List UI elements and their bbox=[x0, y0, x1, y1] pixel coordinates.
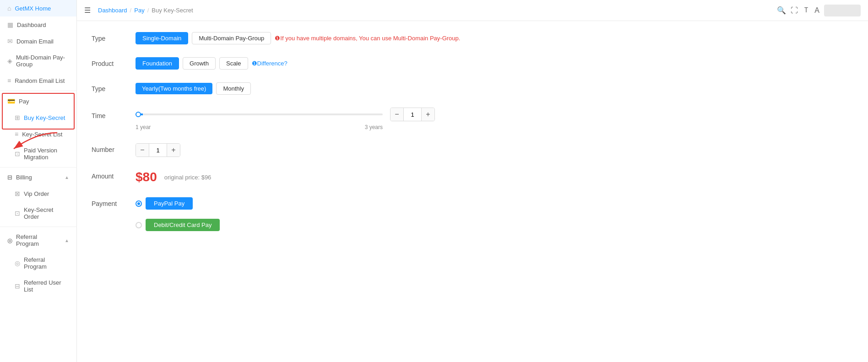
list-icon: ≡ bbox=[7, 77, 11, 84]
amount-controls: $80 original price: $96 bbox=[136, 170, 211, 184]
scale-button[interactable]: Scale bbox=[219, 57, 248, 70]
payment-row: Payment PayPal Pay Debit/Credit Card Pay bbox=[92, 197, 853, 236]
sidebar-item-random-email[interactable]: ≡ Random Email List bbox=[0, 72, 76, 89]
font-icon[interactable]: Ｔ bbox=[803, 5, 810, 15]
paypal-option[interactable]: PayPal Pay bbox=[136, 197, 220, 210]
topbar: ☰ Dashboard / Pay / Buy Key-Secret 🔍 ⛶ Ｔ… bbox=[77, 0, 868, 21]
key-order-icon: ⊡ bbox=[15, 210, 20, 217]
sidebar-item-vip-order[interactable]: ⊠ Vip Order bbox=[0, 185, 76, 202]
user-avatar[interactable] bbox=[824, 5, 861, 16]
card-option[interactable]: Debit/Credit Card Pay bbox=[136, 219, 220, 231]
sidebar-item-key-secret-order[interactable]: ⊡ Key-Secret Order bbox=[0, 202, 76, 225]
number-decrement-button[interactable]: − bbox=[136, 144, 149, 157]
product-controls: Foundation Growth Scale ❶Difference? bbox=[136, 57, 288, 70]
paypal-pay-button[interactable]: PayPal Pay bbox=[146, 197, 193, 210]
domain-icon: ◈ bbox=[7, 57, 12, 65]
slider-max-label: 3 years bbox=[365, 124, 383, 130]
sidebar-label-billing: Billing bbox=[16, 174, 32, 181]
time-decrement-button[interactable]: − bbox=[391, 108, 403, 121]
product-label: Product bbox=[92, 57, 128, 67]
type-info-text: ❶If you have multiple domains, You can u… bbox=[275, 35, 460, 42]
payment-options: PayPal Pay Debit/Credit Card Pay bbox=[136, 197, 220, 236]
single-domain-button[interactable]: Single-Domain bbox=[136, 32, 188, 44]
card-pay-button[interactable]: Debit/Credit Card Pay bbox=[146, 219, 220, 231]
sidebar-item-dashboard[interactable]: ▦ Dashboard bbox=[0, 16, 76, 33]
expand-icon[interactable]: ⛶ bbox=[791, 6, 798, 15]
referral-chevron: ▲ bbox=[65, 238, 69, 243]
time-input[interactable] bbox=[403, 108, 422, 121]
vip-icon: ⊠ bbox=[15, 190, 20, 197]
sidebar-label-referred-user-list: Referred User List bbox=[24, 279, 69, 293]
time-stepper: − + bbox=[390, 108, 435, 121]
number-label: Number bbox=[92, 143, 128, 153]
slider-thumb[interactable] bbox=[136, 112, 141, 117]
number-increment-button[interactable]: + bbox=[167, 144, 180, 157]
breadcrumb: Dashboard / Pay / Buy Key-Secret bbox=[98, 7, 193, 14]
sidebar-label-domain-email: Domain Email bbox=[16, 38, 54, 45]
type-label: Type bbox=[92, 32, 128, 42]
period-label: Type bbox=[92, 82, 128, 92]
multi-domain-pay-group-button[interactable]: Multi-Domain Pay-Group bbox=[192, 32, 271, 44]
search-icon[interactable]: 🔍 bbox=[777, 6, 786, 15]
number-stepper: − + bbox=[136, 143, 180, 157]
sidebar-divider-1 bbox=[0, 91, 76, 91]
sidebar-item-multi-domain[interactable]: ◈ Multi-Domain Pay-Group bbox=[0, 49, 76, 72]
page-content: Type Single-Domain Multi-Domain Pay-Grou… bbox=[77, 21, 868, 362]
billing-chevron: ▲ bbox=[65, 175, 69, 180]
sidebar-item-referral-program[interactable]: ◎ Referral Program ▲ bbox=[0, 229, 76, 252]
time-slider[interactable] bbox=[136, 113, 383, 115]
menu-icon[interactable]: ☰ bbox=[84, 6, 91, 15]
amount-value: $80 bbox=[136, 170, 157, 184]
sidebar-label-getmx-home: GetMX Home bbox=[15, 5, 51, 12]
amount-label: Amount bbox=[92, 170, 128, 180]
sidebar-item-paid-version-migration[interactable]: ⊡ Paid Version Migration bbox=[0, 142, 76, 165]
time-label: Time bbox=[92, 109, 128, 119]
amount-original: original price: $96 bbox=[164, 174, 212, 181]
time-row: Time − + 1 year 3 years bbox=[92, 108, 853, 130]
number-input[interactable] bbox=[149, 144, 167, 157]
migration-icon: ⊡ bbox=[15, 150, 20, 157]
amount-row: Amount $80 original price: $96 bbox=[92, 170, 853, 184]
buy-key-icon: ⊞ bbox=[15, 114, 20, 121]
sidebar-item-referral-program-sub[interactable]: ◎ Referral Program bbox=[0, 252, 76, 275]
breadcrumb-sep-1: / bbox=[130, 7, 132, 14]
time-increment-button[interactable]: + bbox=[422, 108, 434, 121]
sidebar-item-billing[interactable]: ⊟ Billing ▲ bbox=[0, 169, 76, 185]
main-content: ☰ Dashboard / Pay / Buy Key-Secret 🔍 ⛶ Ｔ… bbox=[77, 0, 868, 362]
breadcrumb-dashboard[interactable]: Dashboard bbox=[98, 7, 127, 14]
sidebar-item-buy-key-secret[interactable]: ⊞ Buy Key-Secret bbox=[0, 109, 76, 126]
sidebar-label-referral-sub: Referral Program bbox=[24, 256, 69, 270]
sidebar-item-referred-user-list[interactable]: ⊟ Referred User List bbox=[0, 275, 76, 297]
growth-button[interactable]: Growth bbox=[183, 57, 216, 70]
sidebar-item-pay[interactable]: 💳 Pay bbox=[0, 93, 76, 109]
yearly-button[interactable]: Yearly(Two months free) bbox=[136, 83, 212, 94]
sidebar-item-domain-email[interactable]: ✉ Domain Email bbox=[0, 33, 76, 49]
sidebar-label-pay: Pay bbox=[19, 98, 29, 105]
pay-icon: 💳 bbox=[7, 97, 15, 105]
sidebar-item-key-secret-list[interactable]: ≡ Key-Secret List bbox=[0, 126, 76, 142]
sidebar-label-key-secret-list: Key-Secret List bbox=[22, 131, 62, 138]
pay-section: 💳 Pay ⊞ Buy Key-Secret bbox=[0, 93, 76, 126]
monthly-button[interactable]: Monthly bbox=[216, 82, 251, 95]
email-icon: ✉ bbox=[7, 38, 13, 45]
card-radio[interactable] bbox=[136, 222, 142, 228]
dashboard-icon: ▦ bbox=[7, 21, 13, 28]
sidebar-item-getmx-home[interactable]: ⌂ GetMX Home bbox=[0, 0, 76, 16]
slider-min-label: 1 year bbox=[136, 124, 151, 130]
paypal-radio[interactable] bbox=[136, 200, 142, 207]
foundation-button[interactable]: Foundation bbox=[136, 57, 179, 70]
sidebar-label-referral: Referral Program bbox=[16, 233, 61, 247]
number-row: Number − + bbox=[92, 143, 853, 157]
sidebar-label-dashboard: Dashboard bbox=[17, 22, 46, 28]
topbar-actions: 🔍 ⛶ Ｔ A bbox=[777, 5, 861, 16]
sidebar-label-vip-order: Vip Order bbox=[24, 190, 49, 197]
key-list-icon: ≡ bbox=[15, 130, 18, 138]
breadcrumb-pay[interactable]: Pay bbox=[134, 7, 144, 14]
lang-icon[interactable]: A bbox=[814, 6, 819, 15]
difference-link[interactable]: ❶Difference? bbox=[252, 60, 288, 67]
period-row: Type Yearly(Two months free) Monthly bbox=[92, 82, 853, 95]
product-row: Product Foundation Growth Scale ❶Differe… bbox=[92, 57, 853, 70]
type-row: Type Single-Domain Multi-Domain Pay-Grou… bbox=[92, 32, 853, 44]
sidebar-divider-2 bbox=[0, 167, 76, 167]
sidebar-label-random-email: Random Email List bbox=[15, 77, 65, 84]
